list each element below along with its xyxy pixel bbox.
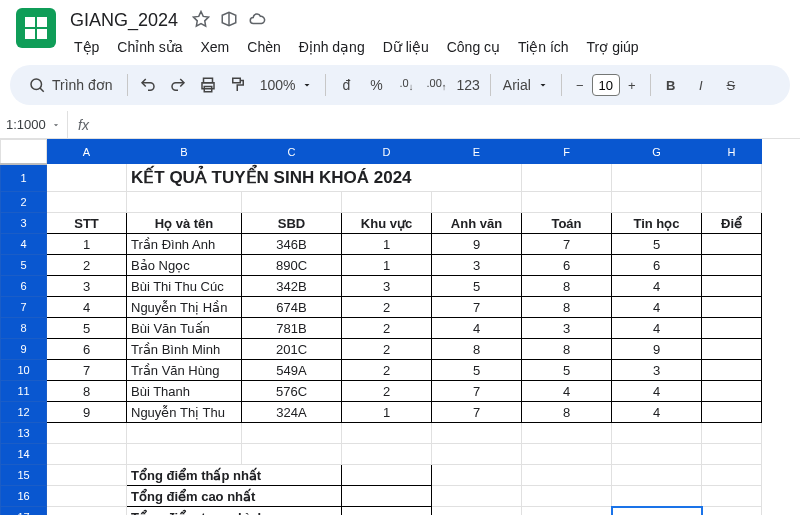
cell-sbd[interactable]: 781B	[242, 318, 342, 339]
row-header[interactable]: 9	[1, 339, 47, 360]
row-header[interactable]: 8	[1, 318, 47, 339]
cell-kv[interactable]: 2	[342, 318, 432, 339]
row-header[interactable]: 11	[1, 381, 47, 402]
menu-insert[interactable]: Chèn	[239, 35, 288, 59]
cell-toan[interactable]: 8	[522, 339, 612, 360]
col-header-E[interactable]: E	[432, 140, 522, 164]
more-formats-button[interactable]: 123	[452, 71, 483, 99]
cell-sbd[interactable]: 346B	[242, 234, 342, 255]
summary-low[interactable]: Tổng điểm thấp nhất	[127, 465, 342, 486]
cell-stt[interactable]: 1	[47, 234, 127, 255]
summary-avg[interactable]: Tổng điểm trung bình	[127, 507, 342, 516]
cell-kv[interactable]: 1	[342, 402, 432, 423]
active-cell[interactable]	[612, 507, 702, 516]
paint-format-button[interactable]	[224, 71, 252, 99]
cell-stt[interactable]: 7	[47, 360, 127, 381]
cell-extra[interactable]	[702, 318, 762, 339]
cell-extra[interactable]	[702, 339, 762, 360]
undo-button[interactable]	[134, 71, 162, 99]
cell-hoten[interactable]: Nguyễn Thị Hần	[127, 297, 242, 318]
cell-extra[interactable]	[702, 402, 762, 423]
cell-av[interactable]: 5	[432, 276, 522, 297]
document-title[interactable]: GIANG_2024	[66, 8, 182, 33]
cell-toan[interactable]: 4	[522, 381, 612, 402]
row-header[interactable]: 5	[1, 255, 47, 276]
hdr-hoten[interactable]: Họ và tên	[127, 213, 242, 234]
cell-extra[interactable]	[702, 276, 762, 297]
cell-hoten[interactable]: Bùi Văn Tuấn	[127, 318, 242, 339]
cell-sbd[interactable]: 549A	[242, 360, 342, 381]
menu-tools[interactable]: Công cụ	[439, 35, 508, 59]
cell-av[interactable]: 8	[432, 339, 522, 360]
cell-hoten[interactable]: Trần Bình Minh	[127, 339, 242, 360]
search-menus[interactable]: Trình đơn	[20, 71, 121, 99]
cell-toan[interactable]: 8	[522, 276, 612, 297]
menu-format[interactable]: Định dạng	[291, 35, 373, 59]
cell-th[interactable]: 5	[612, 234, 702, 255]
name-box[interactable]: 1:1000	[0, 111, 68, 138]
col-header-F[interactable]: F	[522, 140, 612, 164]
cell-hoten[interactable]: Bảo Ngọc	[127, 255, 242, 276]
cell-sbd[interactable]: 201C	[242, 339, 342, 360]
cell-extra[interactable]	[702, 297, 762, 318]
hdr-toan[interactable]: Toán	[522, 213, 612, 234]
col-header-C[interactable]: C	[242, 140, 342, 164]
cell-toan[interactable]: 8	[522, 297, 612, 318]
cell-kv[interactable]: 2	[342, 297, 432, 318]
select-all-corner[interactable]	[1, 140, 47, 164]
cell-stt[interactable]: 2	[47, 255, 127, 276]
move-icon[interactable]	[220, 10, 238, 31]
sheets-logo[interactable]	[16, 8, 56, 48]
cell-extra[interactable]	[702, 255, 762, 276]
cell-th[interactable]: 4	[612, 297, 702, 318]
hdr-sbd[interactable]: SBD	[242, 213, 342, 234]
cell-sbd[interactable]: 674B	[242, 297, 342, 318]
row-header[interactable]: 4	[1, 234, 47, 255]
cell-stt[interactable]: 9	[47, 402, 127, 423]
cell-kv[interactable]: 2	[342, 381, 432, 402]
cell-toan[interactable]: 5	[522, 360, 612, 381]
cell-hoten[interactable]: Bùi Thi Thu Cúc	[127, 276, 242, 297]
col-header-H[interactable]: H	[702, 140, 762, 164]
format-currency-button[interactable]: đ	[332, 71, 360, 99]
cell-th[interactable]: 9	[612, 339, 702, 360]
cell-av[interactable]: 7	[432, 297, 522, 318]
cell-hoten[interactable]: Trần Văn Hùng	[127, 360, 242, 381]
cell-sbd[interactable]: 342B	[242, 276, 342, 297]
row-header[interactable]: 1	[1, 164, 47, 192]
cell-sbd[interactable]: 324A	[242, 402, 342, 423]
cell-extra[interactable]	[702, 381, 762, 402]
print-button[interactable]	[194, 71, 222, 99]
font-size-input[interactable]	[592, 74, 620, 96]
cell-stt[interactable]: 3	[47, 276, 127, 297]
sheet-title[interactable]: KẾT QUẢ TUYỂN SINH KHOÁ 2024	[127, 164, 522, 192]
menu-edit[interactable]: Chỉnh sửa	[109, 35, 190, 59]
cell-th[interactable]: 4	[612, 381, 702, 402]
hdr-av[interactable]: Anh văn	[432, 213, 522, 234]
row-header[interactable]: 6	[1, 276, 47, 297]
cell-th[interactable]: 6	[612, 255, 702, 276]
summary-high[interactable]: Tổng điểm cao nhất	[127, 486, 342, 507]
formula-input[interactable]	[99, 111, 800, 138]
cell-toan[interactable]: 8	[522, 402, 612, 423]
row-header[interactable]: 12	[1, 402, 47, 423]
hdr-stt[interactable]: STT	[47, 213, 127, 234]
menu-view[interactable]: Xem	[193, 35, 238, 59]
cell-av[interactable]: 7	[432, 402, 522, 423]
cell-toan[interactable]: 7	[522, 234, 612, 255]
redo-button[interactable]	[164, 71, 192, 99]
cell-toan[interactable]: 6	[522, 255, 612, 276]
cloud-status-icon[interactable]	[248, 10, 266, 31]
increase-decimal-button[interactable]: .00↑	[422, 71, 450, 99]
cell-stt[interactable]: 8	[47, 381, 127, 402]
cell-hoten[interactable]: Nguyễn Thị Thu	[127, 402, 242, 423]
menu-help[interactable]: Trợ giúp	[579, 35, 647, 59]
italic-button[interactable]: I	[687, 71, 715, 99]
cell-av[interactable]: 4	[432, 318, 522, 339]
col-header-A[interactable]: A	[47, 140, 127, 164]
cell-extra[interactable]	[702, 360, 762, 381]
strikethrough-button[interactable]: S	[717, 71, 745, 99]
hdr-kv[interactable]: Khu vực	[342, 213, 432, 234]
cell-extra[interactable]	[702, 234, 762, 255]
cell-th[interactable]: 3	[612, 360, 702, 381]
